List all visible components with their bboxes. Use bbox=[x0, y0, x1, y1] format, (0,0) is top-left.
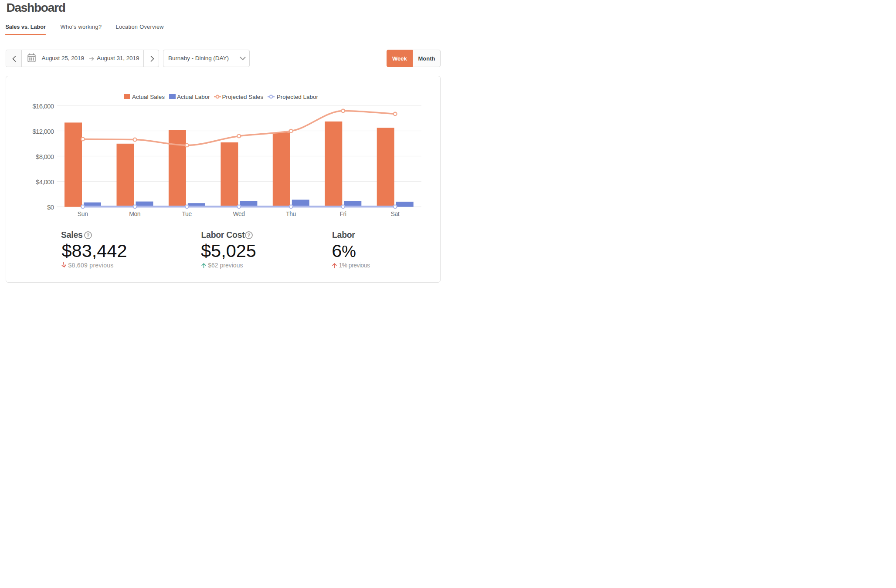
svg-text:?: ? bbox=[86, 233, 89, 238]
svg-text:?: ? bbox=[248, 233, 251, 238]
